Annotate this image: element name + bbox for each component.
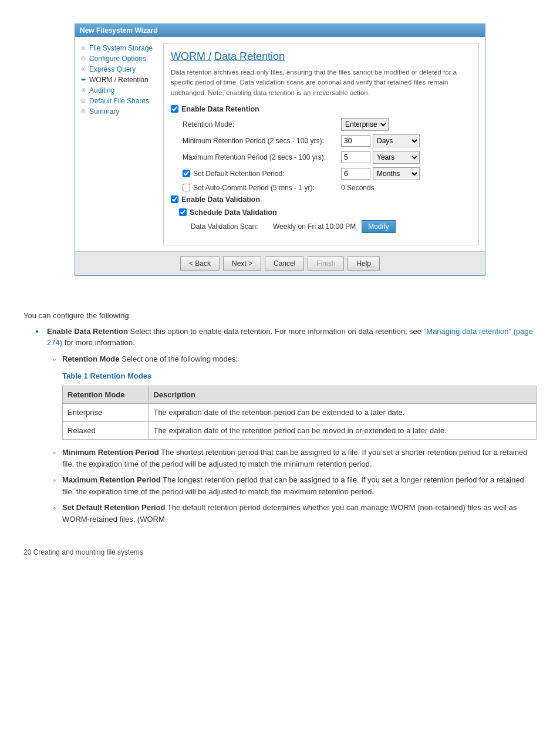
default-retention-checkbox[interactable] xyxy=(183,170,190,177)
wizard-description: Data retenton archives read-only files, … xyxy=(171,67,471,98)
nav-item-auditing[interactable]: Auditing xyxy=(81,85,157,96)
min-retention-unit-select[interactable]: Days xyxy=(373,134,420,147)
nav-item-express[interactable]: Express Query xyxy=(81,64,157,75)
cancel-button[interactable]: Cancel xyxy=(265,256,304,271)
wizard-button-bar: < Back Next > Cancel Finish Help xyxy=(75,251,485,275)
bullet-enable-retention: Enable Data Retention Select this option… xyxy=(35,326,537,525)
help-button[interactable]: Help xyxy=(348,256,380,271)
table-row: Enterprise The expiration date of the re… xyxy=(63,404,537,422)
retention-mode-label: Retention Mode: xyxy=(183,120,341,129)
sub-bullet-min-retention: Minimum Retention Period The shortest re… xyxy=(53,447,537,470)
bullet-text2-enable: for more information. xyxy=(65,338,135,347)
validation-scan-row: Data Validation Scan: Weekly on Fri at 1… xyxy=(171,220,471,233)
next-button[interactable]: Next > xyxy=(223,256,261,271)
sub-text-mode: Select one of the following modes: xyxy=(122,355,238,363)
enable-validation-label[interactable]: Enable Data Validation xyxy=(171,195,471,204)
default-retention-input[interactable] xyxy=(341,168,370,180)
row-desc-relaxed: The expiration date of the retention per… xyxy=(149,421,537,440)
col-header-desc: Description xyxy=(149,386,537,404)
modify-button[interactable]: Modify xyxy=(362,220,395,233)
sub-term-mode: Retention Mode xyxy=(62,355,120,363)
bullet-text-enable: Select this option to enable data retent… xyxy=(130,327,424,336)
default-retention-label: Set Default Retention Period: xyxy=(183,170,341,178)
finish-button[interactable]: Finish xyxy=(308,256,344,271)
row-mode-enterprise: Enterprise xyxy=(63,404,149,422)
row-desc-enterprise: The expiration date of the retention per… xyxy=(149,404,537,422)
validation-scan-label: Data Validation Scan: xyxy=(191,222,267,231)
enable-retention-checkbox[interactable] xyxy=(171,105,178,113)
min-retention-input[interactable] xyxy=(341,135,370,147)
doc-body: You can configure the following: Enable … xyxy=(0,299,560,543)
sub-bullet-list: Retention Mode Select one of the followi… xyxy=(53,353,537,525)
wizard-nav: File System Storage Configure Options Ex… xyxy=(81,43,157,245)
bullet-term-enable: Enable Data Retention xyxy=(47,327,128,336)
max-retention-input[interactable] xyxy=(341,151,370,163)
table-row: Relaxed The expiration date of the reten… xyxy=(63,421,537,440)
enable-retention-label[interactable]: Enable Data Retention xyxy=(171,105,471,113)
table-header-row: Retention Mode Description xyxy=(63,386,537,404)
main-bullet-list: Enable Data Retention Select this option… xyxy=(35,326,537,525)
schedule-validation-label[interactable]: Schedule Data Validation xyxy=(171,208,471,217)
sub-bullet-retention-mode: Retention Mode Select one of the followi… xyxy=(53,353,537,440)
footer-text: 20 Creating and mounting file systems xyxy=(23,548,143,556)
wizard-title: New Filesystem Wizard xyxy=(80,26,158,35)
schedule-section: Schedule Data Validation Data Validation… xyxy=(171,208,471,233)
min-retention-label: Minimum Retention Period (2 secs - 100 y… xyxy=(183,137,341,145)
page-title: WORM / Data Retention xyxy=(171,50,471,63)
wizard-main-panel: WORM / Data Retention Data retenton arch… xyxy=(163,43,479,245)
schedule-validation-checkbox[interactable] xyxy=(179,208,187,216)
auto-commit-row: Set Auto-Commit Period (5 mns - 1 yr): 0… xyxy=(171,184,471,192)
default-retention-unit-select[interactable]: Months xyxy=(373,167,420,180)
enable-retention-section: Enable Data Retention Retention Mode: En… xyxy=(171,105,471,233)
nav-item-configure[interactable]: Configure Options xyxy=(81,53,157,64)
doc-intro: You can configure the following: xyxy=(23,311,537,320)
sub-bullet-default-retention: Set Default Retention Period The default… xyxy=(53,502,537,525)
wizard-container: New Filesystem Wizard File System Storag… xyxy=(75,23,485,276)
sub-term-default: Set Default Retention Period xyxy=(62,503,166,512)
retention-modes-table: Retention Mode Description Enterprise Th… xyxy=(62,386,537,440)
sub-term-min: Minimum Retention Period xyxy=(62,448,159,457)
page-footer: 20 Creating and mounting file systems xyxy=(0,542,560,562)
retention-mode-select[interactable]: Enterprise Relaxed xyxy=(341,118,389,131)
wizard-titlebar: New Filesystem Wizard xyxy=(75,24,485,37)
validation-scan-value: Weekly on Fri at 10:00 PM xyxy=(273,222,356,231)
nav-item-summary[interactable]: Summary xyxy=(81,106,157,117)
max-retention-row: Maximum Retention Period (2 secs - 100 y… xyxy=(171,151,471,164)
auto-commit-label: Set Auto-Commit Period (5 mns - 1 yr): xyxy=(183,184,341,192)
sub-term-max: Maximum Retention Period xyxy=(62,475,161,484)
nav-item-shares[interactable]: Default File Shares xyxy=(81,96,157,106)
enable-validation-checkbox[interactable] xyxy=(171,195,178,203)
default-retention-checkbox-label[interactable]: Set Default Retention Period: xyxy=(183,170,341,178)
page-title-link: Data Retention xyxy=(214,50,285,62)
sub-bullet-max-retention: Maximum Retention Period The longest ret… xyxy=(53,474,537,497)
retention-mode-row: Retention Mode: Enterprise Relaxed xyxy=(171,118,471,131)
nav-item-filesystem[interactable]: File System Storage xyxy=(81,43,157,53)
nav-item-worm[interactable]: WORM / Retention xyxy=(81,75,157,85)
auto-commit-value: 0 Seconds xyxy=(341,184,375,192)
table-title: Table 1 Retention Modes xyxy=(62,370,537,382)
back-button[interactable]: < Back xyxy=(180,256,220,271)
row-mode-relaxed: Relaxed xyxy=(63,421,149,440)
auto-commit-checkbox[interactable] xyxy=(183,184,190,191)
max-retention-label: Maximum Retention Period (2 secs - 100 y… xyxy=(183,153,341,161)
col-header-mode: Retention Mode xyxy=(63,386,149,404)
nav-list: File System Storage Configure Options Ex… xyxy=(81,43,157,117)
min-retention-row: Minimum Retention Period (2 secs - 100 y… xyxy=(171,134,471,147)
max-retention-unit-select[interactable]: Years xyxy=(373,151,420,164)
wizard-body: File System Storage Configure Options Ex… xyxy=(75,37,485,251)
default-retention-row: Set Default Retention Period: Months xyxy=(171,167,471,180)
auto-commit-checkbox-label[interactable]: Set Auto-Commit Period (5 mns - 1 yr): xyxy=(183,184,341,192)
